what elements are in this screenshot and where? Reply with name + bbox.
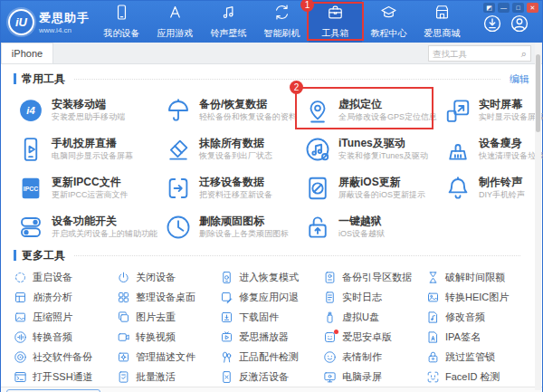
tool-card[interactable]: 备份/恢复数据轻松备份和恢复设备的资料 [161, 91, 300, 129]
more-tool-item[interactable]: 反激活设备 [220, 367, 323, 387]
tool-card[interactable]: 实时屏幕实时显示设备屏幕的画面 [441, 91, 543, 129]
user-button[interactable] [510, 14, 529, 33]
tool-text: 实时屏幕实时显示设备屏幕的画面 [479, 98, 543, 122]
more-tool-item[interactable]: 转换HEIC图片 [426, 287, 529, 307]
edit-link[interactable]: 编辑 [510, 72, 529, 86]
more-tool-item[interactable]: 破解时间限额 [426, 267, 529, 287]
more-tool-item[interactable]: 表情制作 [323, 347, 426, 367]
tab-iphone[interactable]: iPhone [1, 43, 53, 63]
header-right-buttons [482, 14, 529, 33]
tool-title: 实时屏幕 [479, 98, 543, 111]
more-tool-item[interactable]: 备份引导区数据 [323, 267, 426, 287]
tool-text: 设备功能开关开启或关闭设备上的辅助功能 [52, 215, 157, 239]
scrollbar[interactable] [535, 43, 541, 390]
profile-manage-icon [117, 350, 130, 364]
scrollbar-thumb[interactable] [536, 54, 540, 132]
tool-desc: 电脑同步显示设备屏幕 [52, 150, 133, 161]
tool-card[interactable]: 屏蔽iOS更新屏蔽设备的iOS更新提示 [300, 168, 441, 207]
tool-card[interactable]: 手机投屏直播电脑同步显示设备屏幕 [14, 129, 161, 168]
more-tool-label: 转换音频 [33, 330, 72, 344]
eraser-icon [165, 136, 192, 163]
more-tool-item[interactable]: 图片去重 [117, 307, 220, 327]
nav-item-i4-store[interactable]: 爱思商城 [415, 1, 469, 43]
nav-item-toolbox[interactable]: 工具箱1 [309, 1, 362, 43]
nav-item-my-device[interactable]: 我的设备 [95, 1, 148, 43]
maximize-icon[interactable]: □ [512, 3, 524, 13]
more-tool-label: 电脑录屏 [342, 370, 382, 384]
more-tool-item[interactable]: 压缩照片 [14, 307, 117, 327]
tool-desc: 恢复设备到出厂状态 [199, 150, 272, 161]
more-tool-item[interactable]: 电脑录屏 [323, 367, 426, 387]
more-tool-label: 破解时间限额 [445, 271, 505, 284]
tool-card[interactable]: 设备瘦身快速清理设备垃圾文件 [441, 129, 543, 168]
more-tool-item[interactable]: 崩溃分析 [14, 287, 117, 307]
tool-card[interactable]: 虚拟定位全局修改设备GPS定位信息2 [300, 91, 441, 129]
more-tool-item[interactable]: IPA签名 [426, 327, 529, 347]
skin-icon[interactable]: ◩ [483, 3, 495, 13]
more-tool-item[interactable]: 跳过监管锁 [426, 347, 529, 367]
tool-card[interactable]: i4安装移动端安装爱思助手移动端 [14, 91, 161, 129]
player-icon [220, 330, 233, 344]
more-tool-item[interactable]: 打开SSH通道 [14, 367, 117, 387]
tool-text: 安装移动端安装爱思助手移动端 [52, 98, 125, 122]
more-tool-item[interactable]: FaceID 检测 [426, 367, 529, 387]
tool-card[interactable]: 抹除所有数据恢复设备到出厂状态 [161, 129, 300, 168]
header: iU 爱思助手 www.i4.cn 我的设备应用游戏铃声壁纸智能刷机工具箱1教程… [1, 1, 542, 43]
more-tool-label: 转换视频 [136, 330, 176, 344]
more-tools-grid: 重启设备关闭设备进入恢复模式备份引导区数据破解时间限额崩溃分析整理设备桌面修复应… [14, 267, 529, 387]
more-tool-item[interactable]: 爱思安卓版 [323, 327, 426, 347]
more-tool-item[interactable]: 虚拟U盘 [323, 307, 426, 327]
tool-card[interactable]: 迁移设备数据把资料迁移至新设备 [161, 168, 300, 207]
tool-text: 屏蔽iOS更新屏蔽设备的iOS更新提示 [338, 176, 425, 200]
section-common-tools-header: 常用工具 编辑 [14, 72, 529, 86]
more-tool-item[interactable]: 下载固件 [220, 307, 323, 327]
more-tool-label: 图片去重 [136, 311, 176, 324]
more-tool-item[interactable]: 修改音频 [426, 307, 529, 327]
deactivate-device-icon [220, 370, 233, 384]
section-divider [74, 255, 520, 256]
close-icon[interactable]: ✕ [527, 3, 538, 13]
download-button[interactable] [482, 14, 502, 33]
nav-item-tutorial-center[interactable]: 教程中心 [362, 1, 415, 43]
more-tool-label: 修改音频 [445, 311, 485, 324]
audio-convert-icon [14, 330, 27, 344]
search-box: ⌕ [428, 45, 531, 62]
tool-card[interactable]: 一键越狱iOS设备越狱 [300, 207, 441, 246]
more-tool-item[interactable]: 正品配件检测 [220, 347, 323, 367]
more-tool-item[interactable]: 转换视频 [117, 327, 220, 347]
tool-desc: 实时显示设备屏幕的画面 [479, 111, 543, 122]
nav-item-app-game[interactable]: 应用游戏 [148, 1, 202, 43]
tool-desc: 安装和修复iTunes及驱动 [338, 150, 428, 161]
more-tool-item[interactable]: 关闭设备 [117, 267, 220, 287]
tool-text: 设备瘦身快速清理设备垃圾文件 [479, 137, 543, 161]
nav-item-ringtone-wallpaper[interactable]: 铃声壁纸 [202, 1, 255, 43]
tool-card[interactable]: IPCC更新IPCC文件更新IPCC运营商文件 [14, 168, 161, 207]
search-input[interactable] [429, 49, 521, 59]
tool-text: 手机投屏直播电脑同步显示设备屏幕 [52, 137, 133, 161]
more-tool-item[interactable]: 修复应用闪退 [220, 287, 323, 307]
more-tool-item[interactable]: 社交软件备份 [14, 347, 117, 367]
more-tool-item[interactable]: 爱思播放器 [220, 327, 323, 347]
tool-card[interactable]: 设备功能开关开启或关闭设备上的辅助功能 [14, 207, 161, 246]
more-tool-item[interactable]: 管理描述文件 [117, 347, 220, 367]
tool-text: 虚拟定位全局修改设备GPS定位信息 [338, 98, 437, 122]
more-tool-item[interactable]: 重启设备 [14, 267, 117, 287]
tool-card[interactable]: 制作铃声DIY手机铃声 [441, 168, 543, 207]
nav-item-smart-flash[interactable]: 智能刷机 [255, 1, 309, 43]
more-tool-item[interactable]: 整理设备桌面 [117, 287, 220, 307]
tab-bar: iPhone ⌕ [1, 43, 542, 64]
more-tool-item[interactable]: 批量激活 [117, 367, 220, 387]
search-icon[interactable]: ⌕ [521, 48, 530, 60]
tool-card[interactable]: 删除顽固图标删除设备上各类顽固图标 [161, 207, 300, 246]
window-controls: ◩—□✕ [483, 3, 538, 13]
section-title: 更多工具 [22, 248, 65, 263]
migrate-data-icon [165, 175, 192, 202]
minimize-icon[interactable]: — [498, 3, 510, 13]
backup-boot-icon [323, 271, 337, 284]
tool-card[interactable]: iTunes及驱动安装和修复iTunes及驱动 [300, 129, 441, 168]
more-tool-label: 表情制作 [342, 350, 382, 364]
more-tool-item[interactable]: 实时日志 [323, 287, 426, 307]
more-tool-item[interactable]: 进入恢复模式 [220, 267, 323, 287]
more-tool-item[interactable]: 转换音频 [14, 327, 117, 347]
mdm-lock-icon [426, 350, 440, 364]
